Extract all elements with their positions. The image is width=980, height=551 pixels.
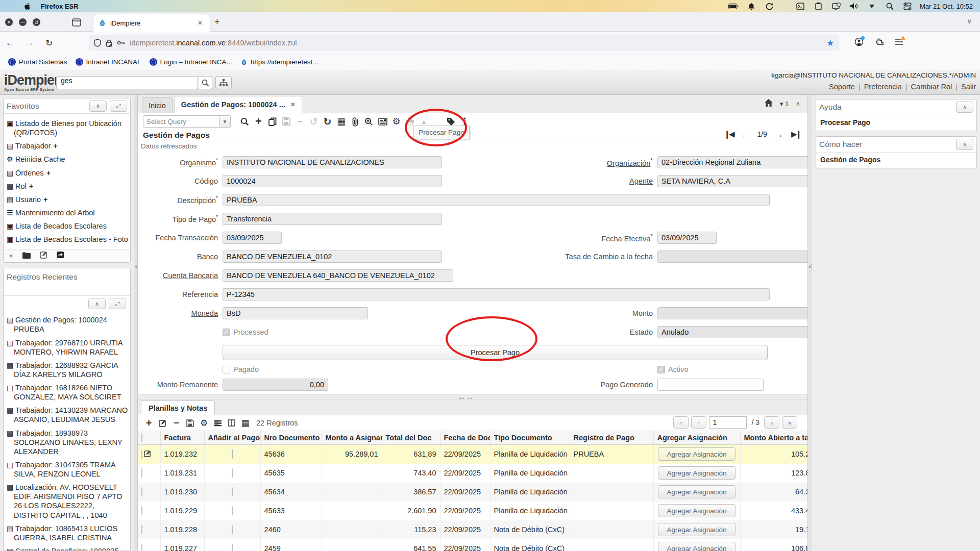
agente-field[interactable]: SETA NAVIERA, C.A — [657, 175, 808, 187]
col-agregar-asignacion[interactable]: Agregar Asignación — [653, 431, 740, 445]
favorite-item[interactable]: ▤Usuario+ — [7, 193, 128, 206]
cuenta-bancaria-field[interactable]: BANCO DE VENEZUELA 640_BANCO DE VENEZUEL… — [223, 269, 453, 282]
recent-item[interactable]: ▤Localización: AV. ROOSEVELT EDIF. ARISM… — [7, 481, 128, 522]
descripcion-field[interactable]: PRUEBA — [223, 194, 770, 206]
recent-item[interactable]: ▤Gestión de Pagos: 1000024 PRUEBA — [7, 313, 128, 336]
grid-row[interactable]: 1.019.228 2460 115,23 22/09/2025 Nota de… — [138, 520, 808, 539]
grid-delete-icon[interactable]: − — [169, 416, 183, 430]
tab-inicio[interactable]: Inicio — [142, 97, 173, 113]
menu-hamburger-icon[interactable] — [895, 38, 903, 47]
save-icon[interactable] — [279, 115, 293, 128]
tab-planillas-y-notas[interactable]: Planillas y Notas — [141, 400, 215, 415]
recent-item[interactable]: ▤Trabajador: 10865413 LUCIOS GUERRA, ISA… — [7, 522, 128, 544]
grid-new-icon[interactable]: + — [142, 416, 156, 430]
forward-button[interactable]: → — [26, 38, 34, 48]
shield-icon[interactable] — [94, 39, 101, 47]
firefox-view-icon[interactable] — [71, 17, 82, 28]
grid-process-gear-icon[interactable]: ⚙ — [197, 416, 211, 430]
anadir-checkbox[interactable] — [232, 468, 233, 478]
new-record-plus-icon[interactable]: + — [29, 182, 33, 190]
collapse-panel-button[interactable]: ∧ — [956, 102, 973, 113]
col-tipo-doc[interactable]: Tipo Documento — [490, 431, 570, 445]
preferencia-link[interactable]: Preferencia — [864, 83, 902, 91]
recent-item[interactable]: ▤Trabajador: 29768710 URRUTIA MONTERO, Y… — [7, 336, 128, 359]
favorite-item[interactable]: ⚙Reinicia Cache — [7, 153, 128, 166]
processed-checkbox[interactable]: Processed — [223, 328, 453, 336]
attachment-icon[interactable] — [348, 115, 362, 128]
pago-generado-field[interactable] — [657, 379, 764, 391]
banco-field[interactable]: BANCO DE VENEZUELA_0102 — [223, 251, 442, 263]
collapse-header-icon[interactable]: ∧ — [796, 100, 800, 107]
key-icon[interactable] — [117, 40, 125, 45]
url-bar[interactable]: idempieretest.incanal.com.ve:8449/webui/… — [89, 35, 839, 51]
terminal-icon[interactable] — [796, 2, 805, 11]
tab-close-icon[interactable]: ✕ — [195, 18, 205, 28]
bookmark-item[interactable]: Intranet INCANAL — [76, 58, 141, 66]
activo-checkbox[interactable]: Activo — [657, 365, 808, 373]
undo-icon[interactable]: ↺ — [307, 115, 321, 128]
new-record-plus-icon[interactable]: + — [54, 142, 58, 150]
cambiar-rol-link[interactable]: Cambiar Rol — [911, 83, 952, 91]
record-info-icon[interactable] — [376, 115, 389, 128]
select-query-combo[interactable]: Select Query — [143, 115, 219, 128]
bookmark-item[interactable]: https://idempieretest... — [240, 58, 318, 66]
browser-tab[interactable]: iDempiere ✕ — [93, 14, 210, 32]
volume-dropdown-icon[interactable] — [868, 2, 876, 11]
row-checkbox[interactable] — [141, 506, 142, 515]
pager-next-icon[interactable]: › — [764, 416, 779, 429]
control-center-icon[interactable] — [903, 2, 912, 11]
agregar-asignacion-button[interactable]: Agregar Asignación — [658, 485, 736, 498]
account-icon[interactable] — [854, 37, 864, 48]
notification-bell-icon[interactable] — [747, 2, 756, 11]
grid-table-icon[interactable]: ▦ — [238, 416, 252, 430]
next-record-icon[interactable]: → — [775, 130, 783, 139]
moneda-field[interactable]: BsD — [223, 307, 368, 319]
anadir-checkbox[interactable] — [232, 544, 233, 551]
bookmark-item[interactable]: Login – Intranet INCA... — [150, 58, 232, 66]
pager-last-icon[interactable]: » — [782, 416, 797, 429]
favorite-item[interactable]: ▤Rol+ — [7, 180, 128, 193]
col-fecha-doc[interactable]: Fecha de Doc — [440, 431, 490, 445]
back-button[interactable]: ← — [6, 38, 14, 48]
col-factura[interactable]: Factura — [160, 431, 204, 445]
anadir-checkbox[interactable] — [232, 487, 233, 496]
share-icon[interactable] — [57, 251, 64, 261]
recent-item[interactable]: ▤Control de Beneficios: 1000035 PRUEBA — [7, 544, 128, 551]
refresh-icon[interactable]: ↻ — [321, 115, 334, 128]
monto-field[interactable]: 25.593,77 — [657, 307, 808, 319]
collapse-panel-button[interactable]: ∧ — [88, 298, 106, 309]
east-splitter[interactable]: ⋮▸⋮ — [808, 95, 812, 551]
delete-record-icon[interactable]: − — [293, 115, 307, 128]
favorite-item[interactable]: ▣Lista de Becados Escolares — [7, 219, 128, 233]
menu-tree-icon[interactable] — [215, 76, 232, 89]
grid-row[interactable]: 1.019.230 45634 386,57 22/09/2025 Planil… — [138, 483, 808, 502]
estado-field[interactable]: Anulado — [657, 326, 808, 338]
checkbox-icon[interactable] — [141, 433, 142, 442]
process-gear-icon[interactable]: ⚙ — [389, 115, 403, 128]
anadir-checkbox[interactable] — [232, 449, 233, 459]
new-record-icon[interactable]: + — [252, 115, 265, 128]
edit-icon[interactable] — [40, 251, 47, 261]
bookmark-star-icon[interactable]: ★ — [826, 38, 834, 48]
home-icon[interactable] — [764, 99, 773, 108]
find-icon[interactable] — [238, 115, 252, 128]
folder-icon[interactable] — [22, 252, 31, 261]
recent-item[interactable]: ▤Trabajador: 14130239 MARCANO ASCANIO, L… — [7, 404, 128, 426]
col-nro-doc[interactable]: Nro Documento — [260, 431, 322, 445]
grid-toggle-icon[interactable]: ▦ — [334, 115, 348, 128]
favorite-item[interactable]: ☰Mantenimiento del Arbol — [7, 206, 128, 219]
spotlight-search-icon[interactable] — [886, 2, 894, 11]
window-minimize-button[interactable]: — — [19, 18, 27, 26]
search-icon[interactable] — [198, 76, 212, 89]
salir-link[interactable]: Salir — [961, 83, 976, 91]
collapse-panel-button[interactable]: ∧ — [89, 101, 107, 112]
menubar-app-name[interactable]: Firefox ESR — [41, 3, 79, 10]
agregar-asignacion-button[interactable]: Agregar Asignación — [658, 523, 736, 536]
apple-logo-icon[interactable] — [23, 2, 32, 10]
recent-item[interactable]: ▤Trabajador: 16818266 NIETO GONZALEZ, MA… — [7, 381, 128, 404]
row-edit-icon[interactable] — [144, 450, 151, 459]
first-record-icon[interactable]: ❙◀ — [724, 130, 733, 139]
grid-row[interactable]: 1.019.227 2459 641,55 22/09/2025 Nota de… — [138, 539, 808, 551]
organismo-field[interactable]: INSTITUTO NACIONAL DE CANALIZACIONES — [223, 156, 442, 168]
grid-columns-icon[interactable] — [225, 416, 238, 430]
